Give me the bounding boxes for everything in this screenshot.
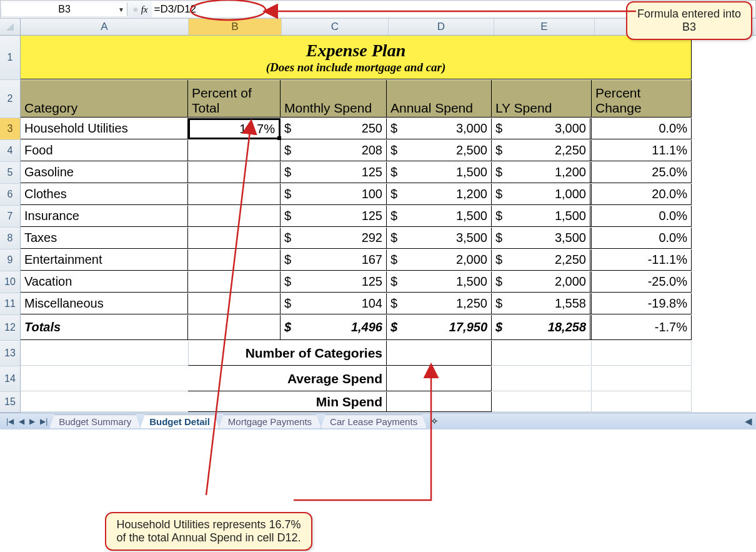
cell-B9[interactable] bbox=[188, 249, 281, 271]
row-header-10[interactable]: 10 bbox=[0, 271, 21, 293]
cell-A9[interactable]: Entertainment bbox=[21, 249, 188, 271]
next-sheet-icon[interactable]: ▶ bbox=[27, 417, 37, 426]
cell-E8[interactable]: $3,500 bbox=[492, 228, 592, 249]
cell-E9[interactable]: $2,250 bbox=[492, 249, 592, 271]
cell-D11[interactable]: $1,250 bbox=[387, 293, 492, 314]
cell-B11[interactable] bbox=[188, 293, 281, 314]
tab-mortgage-payments[interactable]: Mortgage Payments bbox=[219, 414, 321, 428]
cell-E6[interactable]: $1,000 bbox=[492, 184, 592, 205]
row-header-12[interactable]: 12 bbox=[0, 315, 21, 341]
cell-F13[interactable] bbox=[592, 341, 692, 366]
cell-F9[interactable]: -11.1% bbox=[592, 249, 692, 271]
cell-B5[interactable] bbox=[188, 162, 281, 183]
name-box-dropdown-icon[interactable]: ▼ bbox=[118, 6, 124, 13]
row-header-5[interactable]: 5 bbox=[0, 162, 21, 184]
cell-D7[interactable]: $1,500 bbox=[387, 206, 492, 227]
cell-D15[interactable] bbox=[387, 392, 492, 412]
row-header-7[interactable]: 7 bbox=[0, 206, 21, 228]
cell-F11[interactable]: -19.8% bbox=[592, 293, 692, 314]
fx-icon[interactable]: fx bbox=[141, 4, 148, 15]
cell-D10[interactable]: $1,500 bbox=[387, 271, 492, 293]
row-header-11[interactable]: 11 bbox=[0, 293, 21, 315]
row-header-15[interactable]: 15 bbox=[0, 392, 21, 413]
cell-B10[interactable] bbox=[188, 271, 281, 293]
select-all-triangle[interactable] bbox=[0, 19, 21, 35]
row-header-13[interactable]: 13 bbox=[0, 341, 21, 366]
cell-B4[interactable] bbox=[188, 140, 281, 161]
label-number-of-categories[interactable]: Number of Categories bbox=[188, 341, 387, 366]
cell-C10[interactable]: $125 bbox=[281, 271, 387, 293]
tab-budget-detail[interactable]: Budget Detail bbox=[140, 414, 219, 428]
cell-E11[interactable]: $1,558 bbox=[492, 293, 592, 314]
row-header-6[interactable]: 6 bbox=[0, 184, 21, 206]
cell-F6[interactable]: 20.0% bbox=[592, 184, 692, 205]
cell-E14[interactable] bbox=[492, 366, 592, 391]
cell-C3[interactable]: $250 bbox=[281, 118, 387, 139]
cell-B7[interactable] bbox=[188, 206, 281, 227]
cell-F4[interactable]: 11.1% bbox=[592, 140, 692, 161]
row-header-3[interactable]: 3 bbox=[0, 118, 21, 140]
row-header-2[interactable]: 2 bbox=[0, 80, 21, 118]
cell-A8[interactable]: Taxes bbox=[21, 228, 188, 249]
cell-A5[interactable]: Gasoline bbox=[21, 162, 188, 183]
totals-D[interactable]: $17,950 bbox=[387, 315, 492, 340]
cell-F3[interactable]: 0.0% bbox=[592, 118, 692, 139]
title-cell[interactable]: Expense Plan (Does not include mortgage … bbox=[21, 36, 692, 79]
col-header-A[interactable]: A bbox=[21, 19, 189, 35]
cell-C9[interactable]: $167 bbox=[281, 249, 387, 271]
cell-D8[interactable]: $3,500 bbox=[387, 228, 492, 249]
row-header-9[interactable]: 9 bbox=[0, 249, 21, 271]
cell-A6[interactable]: Clothes bbox=[21, 184, 188, 205]
cell-A15[interactable] bbox=[21, 392, 188, 412]
cell-F10[interactable]: -25.0% bbox=[592, 271, 692, 293]
cell-F8[interactable]: 0.0% bbox=[592, 228, 692, 249]
cell-C5[interactable]: $125 bbox=[281, 162, 387, 183]
header-category[interactable]: Category bbox=[21, 80, 188, 118]
totals-label[interactable]: Totals bbox=[21, 315, 188, 340]
tab-budget-summary[interactable]: Budget Summary bbox=[49, 414, 141, 428]
cell-A7[interactable]: Insurance bbox=[21, 206, 188, 227]
cell-A13[interactable] bbox=[21, 341, 188, 366]
cell-E13[interactable] bbox=[492, 341, 592, 366]
cell-F7[interactable]: 0.0% bbox=[592, 206, 692, 227]
totals-F[interactable]: -1.7% bbox=[592, 315, 692, 340]
header-percent-total[interactable]: Percent of Total bbox=[188, 80, 281, 118]
label-average-spend[interactable]: Average Spend bbox=[188, 366, 387, 391]
cell-E15[interactable] bbox=[492, 392, 592, 412]
cell-B8[interactable] bbox=[188, 228, 281, 249]
cell-A14[interactable] bbox=[21, 366, 188, 391]
col-header-E[interactable]: E bbox=[494, 19, 595, 35]
cell-C6[interactable]: $100 bbox=[281, 184, 387, 205]
cell-D6[interactable]: $1,200 bbox=[387, 184, 492, 205]
cell-E5[interactable]: $1,200 bbox=[492, 162, 592, 183]
cell-D3[interactable]: $3,000 bbox=[387, 118, 492, 139]
cell-E7[interactable]: $1,500 bbox=[492, 206, 592, 227]
cell-F5[interactable]: 25.0% bbox=[592, 162, 692, 183]
cell-E10[interactable]: $2,000 bbox=[492, 271, 592, 293]
name-box[interactable]: B3 ▼ bbox=[2, 3, 127, 16]
cell-A11[interactable]: Miscellaneous bbox=[21, 293, 188, 314]
cell-A3[interactable]: Household Utilities bbox=[21, 118, 188, 139]
cell-D9[interactable]: $2,000 bbox=[387, 249, 492, 271]
col-header-B[interactable]: B bbox=[189, 19, 282, 35]
new-sheet-icon[interactable]: ✧ bbox=[430, 416, 439, 427]
totals-C[interactable]: $1,496 bbox=[281, 315, 387, 340]
col-header-D[interactable]: D bbox=[389, 19, 494, 35]
cell-E4[interactable]: $2,250 bbox=[492, 140, 592, 161]
row-header-1[interactable]: 1 bbox=[0, 36, 21, 80]
cell-C4[interactable]: $208 bbox=[281, 140, 387, 161]
col-header-C[interactable]: C bbox=[282, 19, 389, 35]
cell-D4[interactable]: $2,500 bbox=[387, 140, 492, 161]
header-annual-spend[interactable]: Annual Spend bbox=[387, 80, 492, 118]
cell-E3[interactable]: $3,000 bbox=[492, 118, 592, 139]
cell-A10[interactable]: Vacation bbox=[21, 271, 188, 293]
totals-B[interactable] bbox=[188, 315, 281, 340]
cell-D5[interactable]: $1,500 bbox=[387, 162, 492, 183]
cell-C11[interactable]: $104 bbox=[281, 293, 387, 314]
last-sheet-icon[interactable]: ▶| bbox=[37, 417, 50, 426]
prev-sheet-icon[interactable]: ◀ bbox=[16, 417, 27, 426]
row-header-4[interactable]: 4 bbox=[0, 140, 21, 162]
cell-C7[interactable]: $125 bbox=[281, 206, 387, 227]
cell-A4[interactable]: Food bbox=[21, 140, 188, 161]
totals-E[interactable]: $18,258 bbox=[492, 315, 592, 340]
